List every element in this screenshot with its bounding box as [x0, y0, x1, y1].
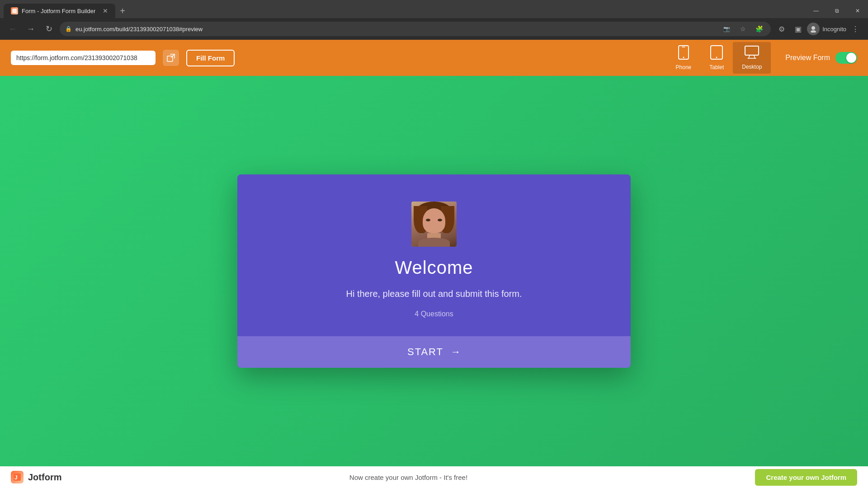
start-arrow-icon: → — [451, 346, 461, 358]
back-button[interactable]: ← — [5, 22, 20, 36]
new-tab-button[interactable]: + — [115, 6, 130, 16]
desktop-icon — [744, 46, 760, 62]
tab-favicon — [11, 7, 18, 14]
start-label: START — [407, 346, 443, 358]
create-jotform-button[interactable]: Create your own Jotform — [755, 469, 857, 486]
form-card-body: Welcome Hi there, please fill out and su… — [237, 174, 631, 336]
address-bar-row: ← → ↻ 🔒 eu.jotform.com/build/23139300207… — [0, 18, 868, 40]
svg-point-1 — [811, 26, 815, 30]
jotform-icon: J — [11, 471, 24, 483]
close-button[interactable]: ✕ — [847, 2, 868, 20]
phone-label: Phone — [676, 64, 692, 70]
svg-point-8 — [716, 57, 717, 58]
main-area: Welcome Hi there, please fill out and su… — [0, 76, 868, 466]
avatar-image — [411, 202, 457, 247]
svg-line-10 — [749, 56, 750, 58]
camera-off-icon: 📷 — [720, 23, 733, 35]
phone-device-button[interactable]: Phone — [667, 42, 701, 74]
browser-actions: ⚙ ▣ Incognito ⋮ — [774, 22, 863, 36]
preview-form-toggle[interactable] — [835, 52, 857, 64]
tab-bar: Form - Jotform Form Builder ✕ + — ⧉ ✕ — [0, 0, 868, 18]
desktop-label: Desktop — [742, 64, 762, 70]
svg-point-2 — [811, 30, 816, 33]
form-card: Welcome Hi there, please fill out and su… — [237, 174, 631, 368]
form-start-footer[interactable]: START → — [237, 336, 631, 368]
address-box[interactable]: 🔒 eu.jotform.com/build/231393002071038#p… — [60, 22, 771, 36]
tab-title: Form - Jotform Form Builder — [22, 8, 95, 14]
svg-point-5 — [683, 57, 684, 58]
app-toolbar: https://form.jotform.com/231393002071038… — [0, 40, 868, 76]
incognito-icon — [807, 23, 820, 35]
form-title: Welcome — [395, 258, 473, 278]
fill-form-button[interactable]: Fill Form — [186, 50, 235, 66]
preview-form-wrapper: Preview Form — [785, 52, 857, 64]
avatar — [411, 202, 457, 247]
tablet-icon — [710, 45, 723, 62]
minimize-button[interactable]: — — [806, 2, 826, 20]
form-question-count: 4 Questions — [415, 310, 453, 318]
sidebar-button[interactable]: ▣ — [791, 22, 805, 36]
incognito-badge: Incognito — [807, 23, 846, 35]
footer-promo-text: Now create your own Jotform - It's free! — [349, 474, 467, 481]
address-actions: 📷 ☆ 🧩 — [720, 23, 765, 35]
menu-button[interactable]: ⋮ — [848, 22, 863, 36]
desktop-device-button[interactable]: Desktop — [733, 42, 771, 74]
incognito-label: Incognito — [822, 26, 846, 33]
device-icons: Phone Tablet Desktop — [667, 42, 771, 74]
jotform-logo: J Jotform — [11, 471, 61, 483]
star-icon[interactable]: ☆ — [736, 23, 749, 35]
page-footer: J Jotform Now create your own Jotform - … — [0, 466, 868, 488]
form-subtitle: Hi there, please fill out and submit thi… — [346, 289, 522, 299]
extensions-button[interactable]: ⚙ — [774, 22, 789, 36]
address-text: eu.jotform.com/build/231393002071038#pre… — [75, 26, 717, 33]
browser-chrome: Form - Jotform Form Builder ✕ + — ⧉ ✕ ← … — [0, 0, 868, 40]
external-link-button[interactable] — [163, 50, 179, 66]
tablet-device-button[interactable]: Tablet — [700, 42, 733, 74]
preview-form-label: Preview Form — [785, 54, 830, 62]
svg-rect-9 — [745, 46, 759, 55]
toggle-knob — [846, 53, 856, 63]
svg-line-11 — [754, 56, 755, 58]
window-controls: — ⧉ ✕ — [806, 2, 868, 20]
phone-icon — [678, 45, 689, 62]
jotform-brand-name: Jotform — [28, 472, 61, 483]
reload-button[interactable]: ↻ — [42, 22, 56, 36]
url-input-wrapper: https://form.jotform.com/231393002071038 — [11, 51, 156, 65]
maximize-button[interactable]: ⧉ — [826, 2, 847, 20]
active-tab[interactable]: Form - Jotform Form Builder ✕ — [4, 4, 115, 18]
svg-text:J: J — [14, 474, 18, 481]
lock-icon: 🔒 — [65, 26, 72, 32]
extension-icon[interactable]: 🧩 — [753, 23, 765, 35]
tablet-label: Tablet — [709, 64, 724, 70]
tab-close-button[interactable]: ✕ — [103, 7, 108, 14]
svg-rect-0 — [12, 9, 17, 13]
forward-button[interactable]: → — [24, 22, 38, 36]
url-input[interactable]: https://form.jotform.com/231393002071038 — [16, 54, 150, 61]
